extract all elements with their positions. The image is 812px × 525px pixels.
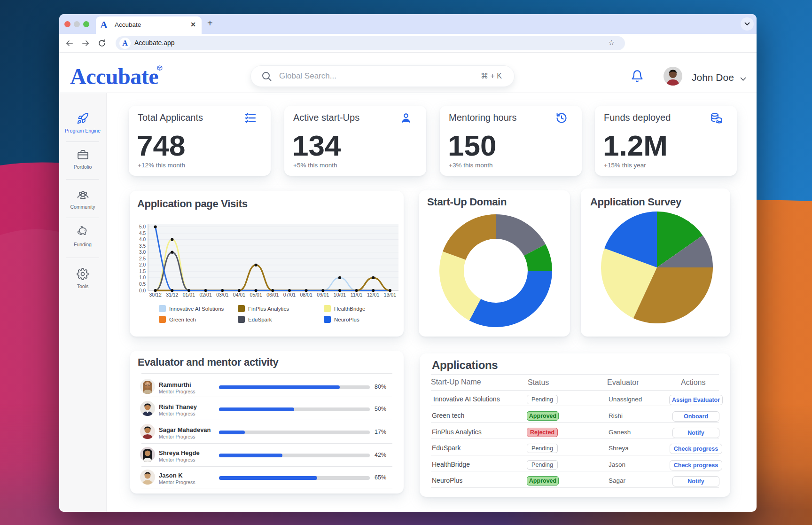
svg-text:08/01: 08/01 [300, 292, 312, 298]
svg-text:3.0: 3.0 [139, 250, 146, 255]
svg-text:HealthBridge: HealthBridge [334, 306, 365, 312]
svg-text:11/01: 11/01 [351, 292, 363, 298]
svg-text:06/01: 06/01 [266, 292, 279, 298]
svg-text:1.0: 1.0 [139, 275, 146, 280]
svg-text:EduSpark: EduSpark [248, 317, 272, 322]
svg-text:1.5: 1.5 [139, 269, 146, 274]
svg-text:03/01: 03/01 [216, 292, 228, 298]
svg-text:13/01: 13/01 [384, 292, 396, 298]
svg-text:30/12: 30/12 [149, 292, 161, 298]
svg-text:5.0: 5.0 [139, 224, 146, 229]
svg-text:0.0: 0.0 [139, 288, 146, 293]
svg-text:01/01: 01/01 [183, 292, 195, 298]
svg-text:2.0: 2.0 [139, 262, 146, 267]
svg-text:04/01: 04/01 [233, 292, 245, 298]
svg-text:NeuroPlus: NeuroPlus [334, 317, 359, 322]
svg-text:07/01: 07/01 [283, 292, 296, 298]
svg-text:0.5: 0.5 [139, 282, 146, 287]
svg-text:4.0: 4.0 [139, 237, 146, 242]
svg-text:31/12: 31/12 [166, 292, 178, 298]
svg-text:05/01: 05/01 [250, 292, 262, 298]
svg-text:2.5: 2.5 [139, 256, 146, 261]
svg-text:Green tech: Green tech [169, 317, 196, 322]
svg-text:3.5: 3.5 [139, 243, 146, 249]
svg-text:09/01: 09/01 [317, 292, 329, 298]
svg-text:FinPlus Analytics: FinPlus Analytics [248, 306, 289, 312]
svg-text:12/01: 12/01 [367, 292, 379, 298]
svg-text:Innovative AI Solutions: Innovative AI Solutions [169, 306, 224, 312]
svg-text:4.5: 4.5 [139, 231, 146, 236]
svg-text:02/01: 02/01 [199, 292, 211, 298]
svg-text:10/01: 10/01 [334, 292, 346, 298]
